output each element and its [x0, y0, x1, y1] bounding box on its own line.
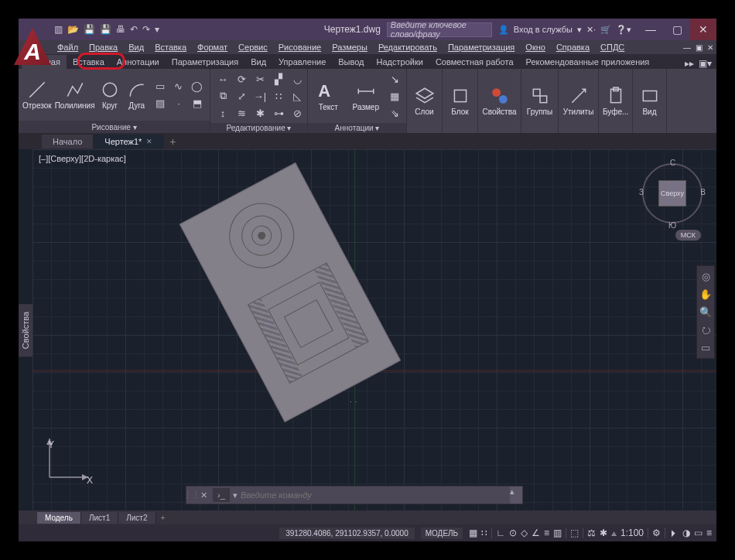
menu-file[interactable]: Файл [57, 43, 78, 52]
transparency-toggle-icon[interactable]: ▥ [553, 528, 562, 538]
grip-icon[interactable]: ⋮⋮ [186, 490, 197, 500]
properties-palette-tab[interactable]: Свойства [19, 303, 32, 356]
tab-parametric[interactable]: Параметризация [166, 55, 244, 69]
zoom-icon[interactable]: 🔍 [699, 306, 712, 318]
circle-button[interactable]: Круг [98, 72, 122, 118]
selection-cycling-icon[interactable]: ⬚ [570, 528, 579, 538]
qat-plot-icon[interactable]: 🖶 [116, 24, 125, 35]
tab-view[interactable]: Вид [244, 55, 272, 69]
tab-insert[interactable]: Вставка [67, 55, 111, 69]
showmotion-icon[interactable]: ▭ [701, 342, 710, 353]
annotation-scale-icon[interactable]: ⚖ [587, 528, 596, 538]
menu-draw[interactable]: Рисование [279, 43, 321, 52]
tab-output[interactable]: Вывод [332, 55, 370, 69]
status-coords[interactable]: 391280.4086, 291102.9357, 0.0000 [279, 528, 415, 539]
annotation-visibility-icon[interactable]: ✱ [600, 528, 607, 538]
workspace-switching-icon[interactable]: ⚙ [652, 528, 661, 538]
command-line[interactable]: ⋮⋮ ✕ ›_ ▾ ▴ [186, 486, 523, 504]
help-search-input[interactable]: Введите ключевое слово/фразу [387, 22, 492, 37]
block-button[interactable]: Блок [446, 78, 473, 125]
command-prompt-icon[interactable]: ›_ [213, 488, 230, 502]
menu-view[interactable]: Вид [128, 43, 144, 52]
doc-restore-button[interactable]: ▣ [696, 43, 703, 52]
new-tab-button[interactable]: + [164, 135, 181, 148]
minimize-button[interactable]: — [638, 19, 664, 40]
snap-toggle-icon[interactable]: ∷ [481, 528, 487, 538]
tab-addins[interactable]: Надстройки [371, 55, 429, 69]
doc-close-button[interactable]: ✕ [707, 43, 713, 52]
close-icon[interactable]: ✕ [146, 138, 152, 145]
view-button[interactable]: Вид [637, 78, 662, 125]
tab-annotate[interactable]: Аннотации [111, 55, 166, 69]
draw-flyout-grid[interactable]: ▭∿◯ ▨·⬒ [152, 79, 206, 111]
dimension-button[interactable]: Размер [348, 73, 384, 119]
ribbon-collapse-icon[interactable]: ▣▾ [699, 58, 712, 69]
polyline-button[interactable]: Полилиния [55, 72, 95, 118]
qat-undo-icon[interactable]: ↶ [130, 24, 138, 35]
clean-screen-icon[interactable]: ▭ [694, 528, 703, 538]
close-button[interactable]: ✕ [690, 19, 716, 40]
services-label[interactable]: Вход в службы [514, 25, 573, 34]
qat-redo-icon[interactable]: ↷ [142, 24, 150, 35]
maximize-button[interactable]: ▢ [664, 19, 690, 40]
tab-featured[interactable]: Рекомендованные приложения [520, 55, 656, 69]
ortho-toggle-icon[interactable]: ∟ [496, 528, 505, 538]
qat-saveas-icon[interactable]: 💾 [100, 24, 111, 35]
panel-annot-label[interactable]: Аннотации ▾ [308, 123, 406, 133]
navigation-bar[interactable]: ◎ ✋ 🔍 ⭮ ▭ [696, 265, 715, 359]
utilities-button[interactable]: Утилиты [562, 78, 594, 125]
customize-icon[interactable]: ≡ [706, 528, 712, 538]
menu-tools[interactable]: Сервис [238, 43, 268, 52]
tab-collab[interactable]: Совместная работа [429, 55, 520, 69]
layout-sheet1[interactable]: Лист1 [81, 512, 118, 524]
lineweight-toggle-icon[interactable]: ≡ [544, 528, 549, 538]
qat-open-icon[interactable]: 📂 [67, 24, 79, 35]
menu-parametric[interactable]: Параметризация [448, 43, 514, 52]
menu-dimension[interactable]: Размеры [332, 43, 368, 52]
panel-modify-label[interactable]: Редактирование ▾ [210, 123, 307, 133]
orbit-icon[interactable]: ⭮ [701, 324, 711, 336]
command-handle[interactable]: ▴ [510, 487, 522, 504]
clipboard-button[interactable]: Буфе... [603, 78, 628, 125]
tab-manage[interactable]: Управление [272, 55, 332, 69]
isolate-objects-icon[interactable]: ◑ [682, 528, 690, 538]
menu-modify[interactable]: Редактировать [378, 43, 437, 52]
steering-wheel-icon[interactable]: ◎ [702, 271, 710, 282]
add-layout-button[interactable]: + [156, 514, 170, 522]
layers-button[interactable]: Слои [411, 78, 438, 125]
menu-help[interactable]: Справка [556, 43, 590, 52]
menu-spds[interactable]: СПДС [600, 43, 624, 52]
menu-window[interactable]: Окно [525, 43, 545, 52]
text-button[interactable]: AТекст [312, 73, 345, 119]
doctab-start[interactable]: Начало [42, 135, 94, 149]
layout-sheet2[interactable]: Лист2 [118, 512, 156, 524]
menu-insert[interactable]: Вставка [155, 43, 186, 52]
close-icon[interactable]: ✕ [197, 490, 210, 500]
menu-format[interactable]: Формат [197, 43, 227, 52]
scale-list[interactable]: 1:100 [620, 528, 644, 538]
help-icon[interactable]: ❔▾ [616, 25, 631, 35]
arc-button[interactable]: Дуга [125, 72, 149, 118]
polar-toggle-icon[interactable]: ⊙ [509, 528, 517, 538]
chevron-down-icon[interactable]: ▾ [577, 25, 582, 35]
grid-toggle-icon[interactable]: ▦ [469, 528, 477, 538]
osnap-toggle-icon[interactable]: ◇ [521, 528, 528, 538]
qat-new-icon[interactable]: ▥ [54, 24, 63, 35]
hardware-accel-icon[interactable]: ⏵ [669, 528, 679, 538]
doctab-drawing1[interactable]: Чертеж1*✕ [94, 135, 164, 149]
groups-button[interactable]: Группы [525, 78, 554, 125]
command-input[interactable] [241, 490, 510, 500]
pan-icon[interactable]: ✋ [699, 289, 712, 300]
modify-grid[interactable]: ↔⟳✂▞◡ ⧉⤢→|∷◺ ↕≋✱⊶⊘ [214, 71, 306, 121]
properties-button[interactable]: Свойства [482, 78, 517, 125]
coord-system-badge[interactable]: МСК [675, 230, 701, 241]
cart-icon[interactable]: 🛒 [600, 25, 611, 35]
menu-edit[interactable]: Правка [89, 43, 118, 52]
annot-flyout[interactable]: ↘▦⇘ [387, 71, 402, 121]
qat-dropdown-icon[interactable]: ▾ [155, 24, 159, 35]
user-icon[interactable]: 👤 [498, 25, 509, 35]
line-button[interactable]: Отрезок [22, 72, 52, 118]
viewport-label[interactable]: [–][Сверху][2D-каркас] [39, 154, 126, 163]
qat-save-icon[interactable]: 💾 [84, 24, 95, 35]
panel-draw-label[interactable]: Рисование ▾ [19, 121, 210, 133]
